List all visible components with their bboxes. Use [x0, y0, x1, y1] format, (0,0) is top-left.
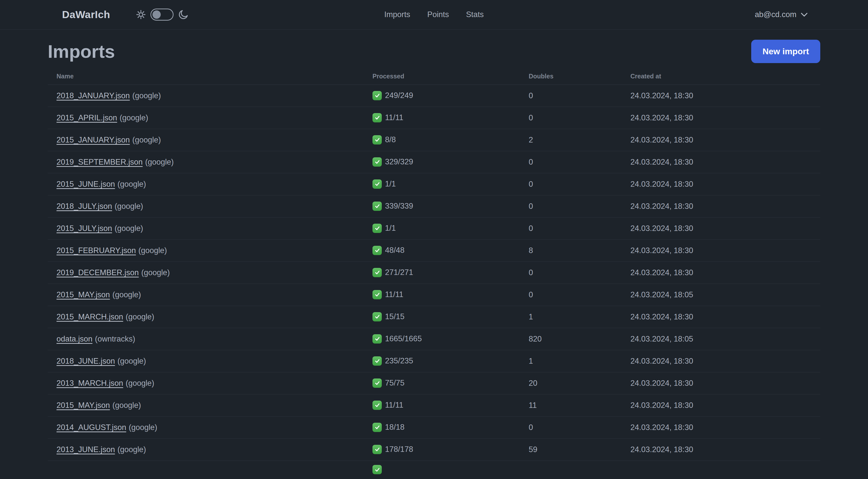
check-icon: [372, 423, 382, 432]
created-at: 24.03.2024, 18:30: [630, 239, 820, 262]
column-header-doubles: Doubles: [529, 66, 630, 85]
check-icon: [372, 246, 382, 255]
processed-count: 1/1: [385, 179, 396, 188]
import-file-link[interactable]: 2015_MARCH.json: [57, 312, 123, 321]
table-row: 2015_FEBRUARY.json(google) 48/48 8 24.03…: [48, 239, 820, 262]
sun-icon: [135, 9, 146, 20]
check-icon: [372, 224, 382, 233]
import-file-link[interactable]: 2015_JANUARY.json: [57, 136, 130, 144]
processed-cell: 249/249: [372, 85, 529, 107]
import-file-link[interactable]: 2013_MARCH.json: [57, 379, 123, 388]
import-file-link[interactable]: 2015_JULY.json: [57, 224, 112, 233]
navbar: DaWarIch ImportsPointsStats ab@cd.com: [0, 0, 868, 30]
doubles-count: 1: [529, 350, 630, 372]
table-row: 2013_MARCH.json(google) 75/75 20 24.03.2…: [48, 372, 820, 394]
new-import-button[interactable]: New import: [751, 40, 820, 63]
doubles-count: 11: [529, 394, 630, 416]
processed-cell: 11/11: [372, 107, 529, 129]
check-icon: [372, 157, 382, 167]
table-row: 2014_AUGUST.json(google) 18/18 0 24.03.2…: [48, 416, 820, 439]
processed-cell: 8/8: [372, 129, 529, 151]
chevron-down-icon: [801, 12, 808, 17]
processed-count: 339/339: [385, 202, 413, 211]
table-row: 2015_MARCH.json(google) 15/15 1 24.03.20…: [48, 306, 820, 328]
import-source: (google): [138, 246, 167, 255]
table-row: 2015_JULY.json(google) 1/1 0 24.03.2024,…: [48, 217, 820, 239]
import-source: (google): [115, 202, 143, 211]
theme-toggle: [135, 8, 189, 21]
theme-switch[interactable]: [150, 8, 174, 21]
processed-cell: 15/15: [372, 306, 529, 328]
import-file-link[interactable]: 2015_FEBRUARY.json: [57, 246, 136, 255]
check-icon: [372, 334, 382, 343]
check-icon: [372, 179, 382, 189]
import-source: (owntracks): [95, 334, 135, 343]
table-row: 2015_MAY.json(google) 11/11 0 24.03.2024…: [48, 284, 820, 306]
processed-count: 178/178: [385, 445, 413, 454]
import-source: (google): [120, 113, 148, 122]
processed-count: 271/271: [385, 268, 413, 277]
check-icon: [372, 312, 382, 322]
nav-link-imports[interactable]: Imports: [384, 10, 410, 19]
import-file-link[interactable]: 2018_JANUARY.json: [57, 91, 130, 100]
doubles-count: 0: [529, 107, 630, 129]
processed-cell: 75/75: [372, 372, 529, 394]
table-row: 2018_JANUARY.json(google) 249/249 0 24.0…: [48, 85, 820, 107]
check-icon: [372, 445, 382, 454]
import-file-link[interactable]: 2018_JUNE.json: [57, 357, 115, 365]
app-logo[interactable]: DaWarIch: [62, 9, 110, 21]
check-icon: [372, 113, 382, 122]
check-icon: [372, 400, 382, 410]
import-file-link[interactable]: 2013_JUNE.json: [57, 445, 115, 454]
import-file-link[interactable]: 2019_DECEMBER.json: [57, 268, 138, 277]
import-source: (google): [115, 224, 143, 233]
created-at: 24.03.2024, 18:30: [630, 306, 820, 328]
theme-switch-knob: [152, 10, 161, 19]
processed-count: 18/18: [385, 423, 405, 432]
name-cell: 2015_JUNE.json(google): [48, 173, 372, 195]
processed-count: 249/249: [385, 91, 413, 100]
created-at: 24.03.2024, 18:30: [630, 195, 820, 217]
import-source: (google): [113, 290, 141, 299]
table-row: 2018_JUNE.json(google) 235/235 1 24.03.2…: [48, 350, 820, 372]
import-file-link[interactable]: 2015_JUNE.json: [57, 180, 115, 188]
doubles-count: 820: [529, 328, 630, 350]
import-file-link[interactable]: 2018_JULY.json: [57, 202, 112, 211]
page-title: Imports: [48, 40, 115, 63]
processed-count: 235/235: [385, 356, 413, 365]
user-menu[interactable]: ab@cd.com: [755, 10, 808, 19]
processed-cell: 339/339: [372, 195, 529, 217]
import-file-link[interactable]: 2015_MAY.json: [57, 401, 110, 410]
imports-table: NameProcessedDoublesCreated at 2018_JANU…: [48, 66, 820, 479]
column-header-created-at: Created at: [630, 66, 820, 85]
page-header: Imports New import: [48, 40, 820, 63]
created-at: 24.03.2024, 18:05: [630, 328, 820, 350]
processed-count: 11/11: [385, 113, 403, 122]
name-cell: 2015_APRIL.json(google): [48, 107, 372, 129]
name-cell: 2015_MAY.json(google): [48, 394, 372, 416]
processed-cell: 329/329: [372, 151, 529, 173]
processed-cell: 235/235: [372, 350, 529, 372]
table-row: 2015_MAY.json(google) 11/11 11 24.03.202…: [48, 394, 820, 416]
import-file-link[interactable]: 2014_AUGUST.json: [57, 423, 126, 432]
nav-link-stats[interactable]: Stats: [466, 10, 484, 19]
created-at: 24.03.2024, 18:30: [630, 173, 820, 195]
import-file-link[interactable]: 2015_MAY.json: [57, 290, 110, 299]
check-icon: [372, 268, 382, 277]
import-file-link[interactable]: 2015_APRIL.json: [57, 113, 117, 122]
processed-cell: 271/271: [372, 262, 529, 284]
created-at: 24.03.2024, 18:30: [630, 372, 820, 394]
table-row: 2019_DECEMBER.json(google) 271/271 0 24.…: [48, 262, 820, 284]
import-source: (google): [126, 379, 154, 388]
nav-link-points[interactable]: Points: [427, 10, 449, 19]
import-file-link[interactable]: odata.json: [57, 334, 92, 343]
doubles-count: 0: [529, 284, 630, 306]
import-file-link[interactable]: 2019_SEPTEMBER.json: [57, 157, 143, 167]
created-at: 24.03.2024, 18:30: [630, 217, 820, 239]
import-source: (google): [118, 180, 146, 188]
import-source: (google): [129, 423, 157, 432]
created-at: 24.03.2024, 18:05: [630, 284, 820, 306]
table-row: [48, 461, 820, 479]
doubles-count: 8: [529, 239, 630, 262]
processed-cell: 1/1: [372, 217, 529, 239]
